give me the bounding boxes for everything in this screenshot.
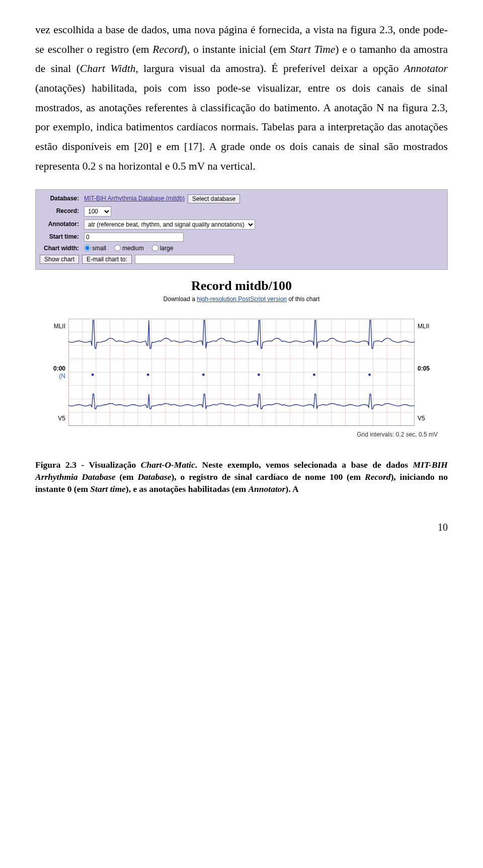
svg-point-39 xyxy=(258,374,260,376)
svg-point-41 xyxy=(368,374,371,376)
annotator-select[interactable]: atr (reference beat, rhythm, and signal … xyxy=(84,220,255,230)
svg-point-37 xyxy=(147,374,149,376)
ecg-chart: MLII 0:00 (N V5 MLII xyxy=(35,319,448,425)
figure-caption: Figura 2.3 - Visualização Chart-O-Matic.… xyxy=(35,459,448,495)
ecg-svg xyxy=(68,319,415,425)
time-label: 0:05 xyxy=(418,365,440,372)
italic: Record xyxy=(152,43,183,55)
lead-label: V5 xyxy=(418,415,440,422)
database-label: Database: xyxy=(40,195,81,202)
record-output: Record mitdb/100 Download a high-resolut… xyxy=(35,270,448,445)
axis-right: MLII 0:05 V5 xyxy=(418,319,440,425)
select-database-button[interactable]: Select database xyxy=(188,194,240,203)
email-chart-button[interactable]: E-mail chart to: xyxy=(82,255,132,264)
database-value-link[interactable]: MIT-BIH Arrhythmia Database (mitdb) xyxy=(84,195,185,202)
config-panel: Database: MIT-BIH Arrhythmia Database (m… xyxy=(35,189,448,270)
annotator-label: Annotator: xyxy=(40,221,81,228)
svg-point-40 xyxy=(313,374,315,376)
grid-intervals-note: Grid intervals: 0.2 sec, 0.5 mV xyxy=(35,426,448,441)
italic: Annotator xyxy=(404,62,448,75)
record-title: Record mitdb/100 xyxy=(35,278,448,294)
text: ), o instante inicial (em xyxy=(184,43,290,55)
annotation-label: (N xyxy=(43,373,65,380)
chart-width-label: Chart width: xyxy=(40,245,81,252)
lead-label: MLII xyxy=(418,323,440,330)
postscript-link[interactable]: high-resolution PostScript version xyxy=(197,296,287,303)
italic: Chart Width xyxy=(80,62,136,75)
radio-medium[interactable]: medium xyxy=(114,245,144,252)
svg-point-38 xyxy=(202,374,205,376)
radio-large[interactable]: large xyxy=(152,245,174,252)
lead-label: V5 xyxy=(43,415,65,422)
lead-label: MLII xyxy=(43,323,65,330)
show-chart-button[interactable]: Show chart xyxy=(40,255,79,264)
chart-omatic-tool: Database: MIT-BIH Arrhythmia Database (m… xyxy=(35,189,448,446)
record-subtitle: Download a high-resolution PostScript ve… xyxy=(35,296,448,303)
body-paragraph: vez escolhida a base de dados, uma nova … xyxy=(35,20,448,176)
radio-small[interactable]: small xyxy=(84,245,106,252)
page-number: 10 xyxy=(35,518,448,536)
start-time-input[interactable] xyxy=(84,233,184,242)
text: (anotações) habilitada, pois com isso po… xyxy=(35,82,448,172)
time-label: 0:00 xyxy=(43,365,65,372)
start-time-label: Start time: xyxy=(40,233,81,240)
email-input[interactable] xyxy=(135,255,234,264)
text: , largura visual da amostra). É preferív… xyxy=(136,62,404,75)
axis-left: MLII 0:00 (N V5 xyxy=(43,319,65,425)
svg-point-36 xyxy=(92,374,94,376)
italic: Start Time xyxy=(290,43,335,55)
record-label: Record: xyxy=(40,207,81,214)
record-select[interactable]: 100 xyxy=(84,206,111,216)
